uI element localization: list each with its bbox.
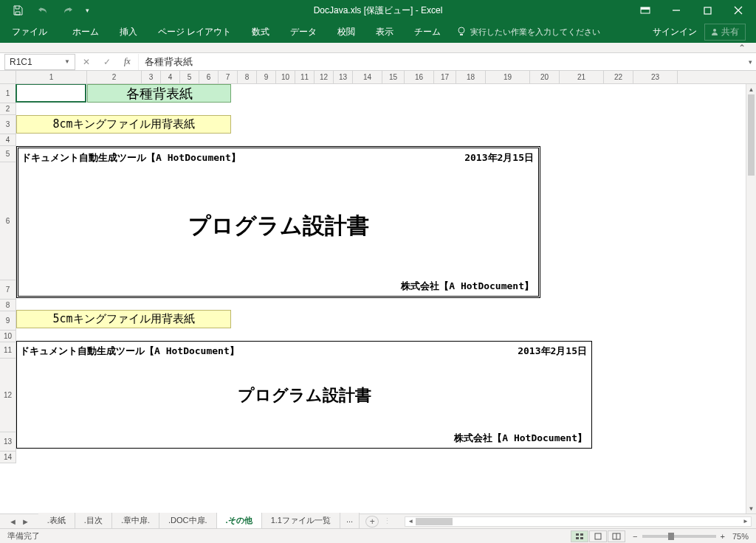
col-header-19[interactable]: 19 <box>486 71 530 83</box>
subtitle-2-cell[interactable]: 5cmキングファイル用背表紙 <box>16 310 231 328</box>
formula-expand-icon[interactable]: ▾ <box>744 58 756 66</box>
tab-pagelayout[interactable]: ページ レイアウト <box>148 21 241 43</box>
sheet-tab[interactable]: ... <box>340 513 360 530</box>
cancel-icon[interactable]: ✕ <box>83 57 90 67</box>
page-layout-view-button[interactable] <box>589 530 607 542</box>
page-break-view-button[interactable] <box>608 530 625 542</box>
col-header-4[interactable]: 4 <box>161 71 180 83</box>
col-header-9[interactable]: 9 <box>257 71 276 83</box>
row-header-1[interactable]: 1 <box>0 84 16 103</box>
col-header-23[interactable]: 23 <box>633 71 678 83</box>
col-header-22[interactable]: 22 <box>604 71 633 83</box>
col-header-5[interactable]: 5 <box>180 71 199 83</box>
col-header-6[interactable]: 6 <box>199 71 219 83</box>
col-header-2[interactable]: 2 <box>87 71 142 83</box>
tell-me-search[interactable]: 実行したい作業を入力してください <box>457 27 600 38</box>
redo-icon[interactable] <box>56 1 80 19</box>
col-header-13[interactable]: 13 <box>334 71 353 83</box>
minimize-button[interactable] <box>662 1 691 20</box>
col-header-14[interactable]: 14 <box>353 71 382 83</box>
collapse-ribbon-icon[interactable]: ⌃ <box>738 43 746 53</box>
col-header-7[interactable]: 7 <box>219 71 238 83</box>
scroll-down-icon[interactable]: ▼ <box>746 503 756 513</box>
hscroll-thumb[interactable] <box>416 518 453 525</box>
row-header-5[interactable]: 5 <box>0 146 16 162</box>
col-header-11[interactable]: 11 <box>295 71 315 83</box>
col-header-3[interactable]: 3 <box>142 71 161 83</box>
select-all-button[interactable] <box>0 71 16 83</box>
new-sheet-button[interactable]: + <box>365 516 379 528</box>
row-header-4[interactable]: 4 <box>0 134 16 146</box>
col-header-10[interactable]: 10 <box>276 71 295 83</box>
normal-view-button[interactable] <box>571 530 588 542</box>
sheet-tab[interactable]: .章中扉. <box>112 513 159 530</box>
sheet-tab[interactable]: .表紙 <box>38 513 75 530</box>
vertical-scrollbar[interactable]: ▲ ▼ <box>746 84 756 513</box>
row-header-12[interactable]: 12 <box>0 359 16 432</box>
row-header-10[interactable]: 10 <box>0 331 16 342</box>
col-header-21[interactable]: 21 <box>560 71 604 83</box>
formula-input[interactable]: 各種背表紙 <box>138 54 744 70</box>
window-controls <box>630 1 756 20</box>
zoom-in-button[interactable]: + <box>721 532 725 541</box>
name-box-dropdown-icon[interactable]: ▼ <box>64 58 70 65</box>
formula-bar: R1C1 ▼ ✕ ✓ fx 各種背表紙 ▾ <box>0 53 756 71</box>
sheet-tab[interactable]: .DOC中扉. <box>159 513 217 530</box>
qat-dropdown-icon[interactable]: ▾ <box>81 1 93 19</box>
share-button[interactable]: 共有 <box>704 24 746 41</box>
tab-home[interactable]: ホーム <box>62 21 109 43</box>
maximize-button[interactable] <box>693 1 722 20</box>
col-header-8[interactable]: 8 <box>238 71 257 83</box>
main-title-cell[interactable]: 各種背表紙 <box>87 84 231 103</box>
name-box[interactable]: R1C1 ▼ <box>4 54 75 70</box>
row-header-9[interactable]: 9 <box>0 311 16 331</box>
tab-formulas[interactable]: 数式 <box>241 21 280 43</box>
zoom-out-button[interactable]: − <box>633 532 637 541</box>
doc-company-label-2: 株式会社【A HotDocument】 <box>454 432 587 445</box>
sheet-tab[interactable]: .その他 <box>217 513 262 530</box>
tab-insert[interactable]: 挿入 <box>109 21 148 43</box>
save-icon[interactable] <box>6 1 30 19</box>
subtitle-1-cell[interactable]: 8cmキングファイル用背表紙 <box>16 115 231 134</box>
row-header-3[interactable]: 3 <box>0 115 16 134</box>
close-button[interactable] <box>724 1 753 20</box>
col-header-16[interactable]: 16 <box>405 71 434 83</box>
row-header-14[interactable]: 14 <box>0 452 16 463</box>
sheet-tab[interactable]: .目次 <box>75 513 112 530</box>
tab-view[interactable]: 表示 <box>365 21 404 43</box>
scroll-up-icon[interactable]: ▲ <box>746 84 756 94</box>
col-header-20[interactable]: 20 <box>530 71 560 83</box>
signin-link[interactable]: サインイン <box>653 26 697 38</box>
row-header-7[interactable]: 7 <box>0 280 16 300</box>
ribbon-display-icon[interactable] <box>630 1 660 20</box>
row-header-11[interactable]: 11 <box>0 342 16 359</box>
zoom-slider[interactable]: − + <box>633 532 725 541</box>
col-header-15[interactable]: 15 <box>382 71 405 83</box>
tab-data[interactable]: データ <box>280 21 327 43</box>
svg-rect-1 <box>641 7 650 10</box>
horizontal-scrollbar[interactable]: ◄ ► <box>405 516 752 527</box>
tab-team[interactable]: チーム <box>404 21 451 43</box>
col-header-18[interactable]: 18 <box>456 71 486 83</box>
tab-review[interactable]: 校閲 <box>327 21 365 43</box>
worksheet-grid[interactable]: 1234567891011121314 各種背表紙 8cmキングファイル用背表紙… <box>0 84 746 513</box>
undo-icon[interactable] <box>31 1 55 19</box>
svg-rect-9 <box>580 537 583 539</box>
row-header-8[interactable]: 8 <box>0 300 16 311</box>
vscroll-thumb[interactable] <box>748 94 755 176</box>
col-header-12[interactable]: 12 <box>315 71 334 83</box>
status-bar: 準備完了 − + 75% <box>0 528 756 543</box>
enter-icon[interactable]: ✓ <box>103 57 111 67</box>
row-header-2[interactable]: 2 <box>0 103 16 115</box>
col-header-1[interactable]: 1 <box>16 71 87 83</box>
tab-nav-buttons[interactable]: ◄► <box>0 517 38 526</box>
fx-icon[interactable]: fx <box>124 56 131 67</box>
tab-file[interactable]: ファイル <box>3 21 62 43</box>
zoom-knob[interactable] <box>668 533 674 540</box>
row-header-13[interactable]: 13 <box>0 432 16 452</box>
zoom-level[interactable]: 75% <box>732 532 749 541</box>
sheet-tab[interactable]: 1.1ファイル一覧 <box>262 513 340 530</box>
col-header-17[interactable]: 17 <box>434 71 456 83</box>
row-header-6[interactable]: 6 <box>0 162 16 280</box>
svg-rect-7 <box>580 533 583 536</box>
